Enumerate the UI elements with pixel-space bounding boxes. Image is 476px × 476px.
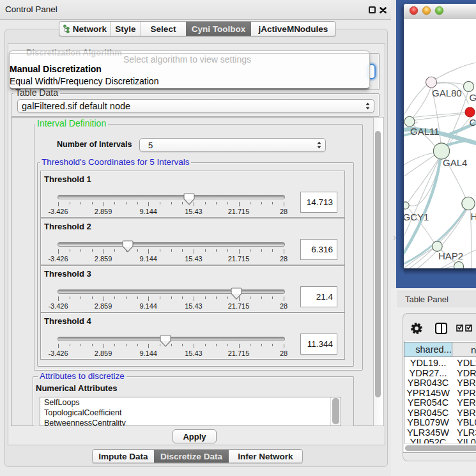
svg-text:GAL11: GAL11 (410, 126, 440, 137)
svg-text:H: H (471, 211, 476, 222)
svg-text:GAL80: GAL80 (432, 88, 462, 98)
svg-text:GA: GA (470, 92, 476, 103)
svg-text:GCY1: GCY1 (404, 211, 429, 222)
svg-text:HAP2: HAP2 (438, 250, 463, 261)
svg-text:C: C (470, 117, 476, 128)
svg-text:GAL4: GAL4 (443, 157, 467, 168)
